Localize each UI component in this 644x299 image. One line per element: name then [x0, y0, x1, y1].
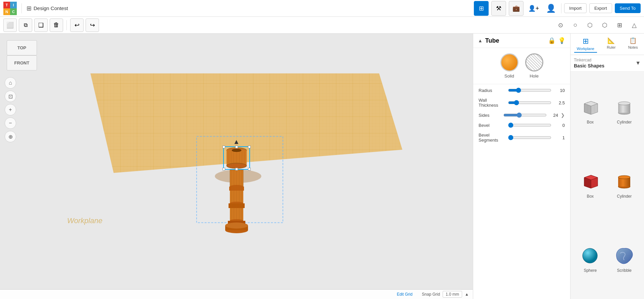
shapes-library: ⊞ Workplane 📐 Ruler 📋 Notes Tinkercad Ba… — [570, 34, 644, 299]
box-gray-thumb — [580, 98, 600, 118]
tube-body-svg — [223, 170, 250, 237]
sphere-svg — [581, 247, 599, 265]
handle-bc[interactable] — [235, 168, 238, 170]
camera-view-btn[interactable]: ⊙ — [554, 19, 567, 32]
duplicate-tool[interactable]: ❑ — [34, 18, 48, 32]
notes-tab[interactable]: 📋 Notes — [626, 36, 641, 53]
solid-circle — [500, 53, 518, 71]
handle-bl[interactable] — [222, 168, 225, 170]
new-shape-tool[interactable]: ⬜ — [3, 18, 17, 32]
design-title-area: ⊞ Design Contest — [27, 5, 68, 12]
ruler-tab-icon: 📐 — [607, 37, 615, 44]
redo-tool[interactable]: ↪ — [86, 18, 99, 32]
nav-controls: ⌂ ⊡ + − ⊕ — [5, 77, 16, 142]
pickaxe-btn[interactable]: ⚒ — [491, 1, 506, 16]
tube-top-svg — [224, 147, 249, 169]
shape-item-box-red[interactable]: Box — [573, 148, 607, 222]
shape-item-scribble[interactable]: Scribble — [607, 222, 642, 296]
viewport[interactable]: TOP FRONT ⌂ ⊡ + − ⊕ — [0, 34, 473, 299]
app-logo[interactable]: T I N C — [3, 2, 17, 15]
hole-option[interactable]: Hole — [525, 53, 543, 79]
sphere-label: Sphere — [584, 268, 597, 273]
shape-item-cylinder-orange[interactable]: Cylinder — [607, 148, 642, 222]
wall-thickness-value: 2.5 — [554, 100, 565, 105]
select-nav-btn[interactable]: ⊡ — [5, 91, 16, 102]
radius-slider[interactable] — [508, 88, 551, 93]
view-cube[interactable]: TOP FRONT — [7, 40, 37, 70]
logo-i: I — [10, 2, 17, 8]
clone-btn[interactable]: ⬡ — [598, 19, 611, 32]
box-gray-label: Box — [587, 120, 594, 124]
view-cube-front[interactable]: FRONT — [7, 55, 37, 70]
shape-lock-icon[interactable]: 🔒 — [548, 37, 555, 44]
svg-point-36 — [618, 102, 630, 105]
send-to-btn[interactable]: Send To — [615, 3, 641, 13]
home-nav-btn[interactable]: ⌂ — [5, 77, 16, 89]
workplane-tab-label: Workplane — [577, 47, 594, 51]
lib-dropdown-btn[interactable]: ▼ — [635, 60, 641, 66]
layout-btn[interactable]: ⊞ — [613, 19, 626, 32]
shapes-grid: Box — [571, 71, 644, 299]
scribble-thumb — [614, 246, 634, 266]
view-cube-top[interactable]: TOP — [7, 40, 37, 55]
svg-point-42 — [618, 176, 630, 179]
solid-label: Solid — [504, 73, 514, 79]
logo-t: T — [3, 2, 10, 8]
selected-shape-box[interactable] — [223, 146, 250, 170]
shape-bulb-icon[interactable]: 💡 — [558, 37, 565, 44]
handle-tc[interactable] — [235, 146, 238, 148]
add-person-btn[interactable]: 👤+ — [526, 1, 541, 16]
cylinder-orange-label: Cylinder — [617, 194, 632, 199]
shape-header: ▲ Tube 🔒 💡 — [473, 34, 570, 48]
wall-thickness-slider[interactable] — [508, 100, 551, 105]
separator2 — [561, 3, 561, 13]
bevel-slider[interactable] — [508, 122, 551, 128]
export-btn[interactable]: Export — [589, 3, 612, 13]
shape-item-box-gray[interactable]: Box — [573, 74, 607, 148]
import-btn[interactable]: Import — [564, 3, 587, 13]
grid-view-btn[interactable]: ⊞ — [474, 1, 489, 16]
delete-tool[interactable]: 🗑 — [50, 18, 63, 32]
radius-value: 10 — [554, 88, 565, 93]
shape-item-sphere[interactable]: Sphere — [573, 222, 607, 296]
shape-collapse-btn[interactable]: ▲ — [478, 38, 483, 43]
cylinder-gray-svg — [615, 99, 634, 117]
orbit-btn[interactable]: ⊕ — [5, 131, 16, 142]
bevel-segments-slider[interactable] — [508, 135, 551, 140]
edit-grid-label[interactable]: Edit Grid — [397, 292, 412, 297]
shape-btn[interactable]: ⬡ — [584, 19, 596, 32]
snap-grid-label: Snap Grid — [422, 292, 440, 297]
shape-title: Tube — [485, 37, 545, 44]
handle-tr[interactable] — [248, 146, 251, 148]
zoom-in-btn[interactable]: + — [5, 104, 16, 115]
snap-grid-up-icon[interactable]: ▲ — [465, 292, 469, 297]
light-btn[interactable]: ○ — [569, 19, 582, 32]
undo-tool[interactable]: ↩ — [70, 18, 84, 32]
bevel-segments-row: Bevel Segments 1 — [479, 133, 565, 143]
briefcase-btn[interactable]: 💼 — [509, 1, 524, 16]
ruler-tab-label: Ruler — [607, 45, 615, 49]
tube-3d-object[interactable]: ▲ — [216, 138, 257, 237]
wall-thickness-row: Wall Thickness 2.5 — [479, 98, 565, 108]
sides-value: 24 — [549, 113, 558, 118]
shape-item-cylinder-gray[interactable]: Cylinder — [607, 74, 642, 148]
solid-option[interactable]: Solid — [500, 53, 518, 79]
logo-n: N — [3, 8, 10, 15]
design-title[interactable]: Design Contest — [34, 5, 68, 11]
canvas-3d[interactable]: ▲ — [0, 34, 473, 299]
handle-tl[interactable] — [222, 146, 225, 148]
copy-tool[interactable]: ⧉ — [19, 18, 32, 32]
zoom-out-btn[interactable]: − — [5, 117, 16, 129]
move-handle[interactable]: ▲ — [216, 138, 257, 146]
workplane-tab[interactable]: ⊞ Workplane — [574, 36, 597, 53]
handle-br[interactable] — [248, 168, 251, 170]
sides-slider[interactable] — [503, 112, 547, 118]
profile-btn[interactable]: 👤 — [544, 1, 558, 16]
ruler-tab[interactable]: 📐 Ruler — [604, 36, 618, 53]
snap-grid-value[interactable]: 1.0 mm — [443, 291, 462, 298]
radius-label: Radius — [479, 88, 505, 93]
cylinder-gray-thumb — [614, 98, 634, 118]
svg-point-11 — [232, 149, 241, 152]
bevel-segments-value: 1 — [554, 135, 565, 140]
mirror-btn[interactable]: △ — [628, 19, 641, 32]
